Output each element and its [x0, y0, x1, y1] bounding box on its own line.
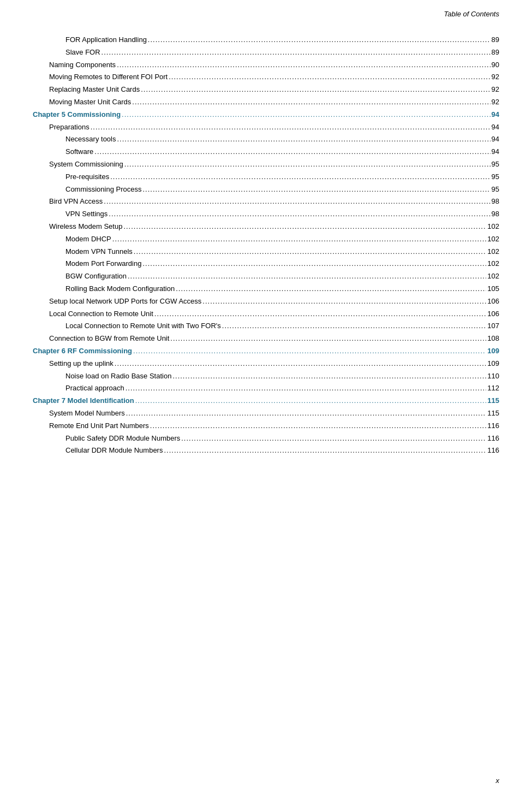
entry-page: 102: [487, 271, 499, 282]
entry-dots: ........................................…: [115, 358, 486, 370]
toc-entry: Setup local Network UDP Ports for CGW Ac…: [33, 296, 499, 307]
entry-text: Noise load on Radio Base Station: [65, 371, 171, 382]
toc-entry: Commissioning Process ..................…: [33, 184, 499, 195]
entry-text: Chapter 6 RF Commissioning: [33, 346, 132, 357]
entry-page: 102: [487, 258, 499, 270]
entry-dots: ........................................…: [126, 408, 487, 419]
entry-text: Modem VPN Tunnels: [65, 246, 133, 258]
toc-entry: FOR Application Handling ...............…: [33, 34, 499, 46]
entry-text: Wireless Modem Setup: [49, 221, 122, 233]
entry-text: Modem Port Forwarding: [65, 258, 141, 270]
entry-text: Local Connection to Remote Unit: [49, 308, 153, 320]
entry-text: Connection to BGW from Remote Unit: [49, 333, 169, 345]
entry-dots: ........................................…: [222, 321, 487, 332]
toc-entry: Wireless Modem Setup ...................…: [33, 221, 499, 233]
entry-text: Software: [65, 146, 93, 158]
entry-dots: ........................................…: [181, 433, 486, 444]
toc-entry: BGW Configuration ......................…: [33, 271, 499, 282]
entry-text: Rolling Back Modem Configuration: [65, 283, 175, 295]
toc-entry: Rolling Back Modem Configuration .......…: [33, 283, 499, 295]
entry-page: 98: [492, 196, 499, 207]
entry-dots: ........................................…: [141, 84, 490, 96]
entry-dots: ........................................…: [117, 134, 490, 145]
entry-text: Cellular DDR Module Numbers: [65, 445, 163, 456]
entry-page: 92: [492, 84, 499, 96]
entry-page: 115: [487, 395, 499, 407]
entry-dots: ........................................…: [123, 221, 486, 233]
entry-text: Naming Components: [49, 60, 116, 71]
toc-entry: Moving Remotes to Different FOI Port ...…: [33, 72, 499, 83]
entry-text: Commissioning Process: [65, 184, 141, 195]
entry-dots: ........................................…: [91, 122, 491, 133]
footer-page-number: x: [496, 776, 500, 785]
toc-entry: Chapter 7 Model Identification .........…: [33, 395, 499, 407]
entry-dots: ........................................…: [154, 308, 487, 320]
entry-text: Setting up the uplink: [49, 358, 113, 370]
entry-text: VPN Settings: [65, 209, 107, 220]
toc-entry: Noise load on Radio Base Station .......…: [33, 371, 499, 382]
entry-text: FOR Application Handling: [65, 34, 147, 46]
entry-dots: ........................................…: [101, 47, 491, 58]
entry-dots: ........................................…: [142, 258, 486, 270]
toc-entry: Bird VPN Access ........................…: [33, 196, 499, 207]
entry-dots: ........................................…: [124, 159, 491, 170]
entry-dots: ........................................…: [125, 383, 487, 394]
entry-dots: ........................................…: [133, 346, 486, 357]
entry-text: Moving Master Unit Cards: [49, 97, 131, 108]
toc-entry: Modem Port Forwarding ..................…: [33, 258, 499, 270]
entry-text: Chapter 7 Model Identification: [33, 395, 134, 407]
toc-entry: Replacing Master Unit Cards ............…: [33, 84, 499, 96]
entry-dots: ........................................…: [169, 72, 490, 83]
entry-dots: ........................................…: [117, 60, 490, 71]
entry-page: 94: [492, 134, 499, 145]
entry-page: 106: [487, 308, 499, 320]
entry-page: 92: [492, 97, 499, 108]
entry-text: Remote End Unit Part Numbers: [49, 420, 149, 432]
toc-entry: VPN Settings ...........................…: [33, 209, 499, 220]
entry-page: 92: [492, 72, 499, 83]
entry-page: 94: [492, 109, 499, 121]
entry-text: Chapter 5 Commissioning: [33, 109, 121, 121]
toc-entry: Modem DHCP .............................…: [33, 234, 499, 245]
toc-entry: Chapter 5 Commissioning ................…: [33, 109, 499, 121]
toc-entry: Preparations ...........................…: [33, 122, 499, 133]
toc-entry: System Commissioning ...................…: [33, 159, 499, 170]
entry-text: Local Connection to Remote Unit with Two…: [65, 321, 221, 332]
entry-dots: ........................................…: [122, 109, 490, 121]
entry-page: 109: [487, 358, 499, 370]
entry-text: Pre-requisites: [65, 171, 109, 183]
entry-page: 116: [487, 433, 499, 444]
entry-page: 89: [492, 34, 499, 46]
entry-page: 94: [492, 146, 499, 158]
entry-page: 94: [492, 122, 499, 133]
page-header: Table of Contents: [0, 0, 532, 23]
toc-entry: Necessary tools ........................…: [33, 134, 499, 145]
toc-entry: Slave FOR ..............................…: [33, 47, 499, 58]
entry-text: Bird VPN Access: [49, 196, 103, 207]
entry-page: 108: [487, 333, 499, 345]
entry-page: 107: [487, 321, 499, 332]
entry-text: BGW Configuration: [65, 271, 127, 282]
toc-entry: Cellular DDR Module Numbers ............…: [33, 445, 499, 456]
toc-entry: Pre-requisites .........................…: [33, 171, 499, 183]
entry-page: 102: [487, 221, 499, 233]
entry-dots: ........................................…: [164, 445, 486, 456]
toc-entry: Moving Master Unit Cards ...............…: [33, 97, 499, 108]
entry-page: 105: [487, 283, 499, 295]
entry-text: Modem DHCP: [65, 234, 111, 245]
entry-dots: ........................................…: [110, 171, 490, 183]
entry-page: 90: [492, 60, 499, 71]
entry-text: Practical approach: [65, 383, 124, 394]
entry-page: 109: [487, 346, 499, 357]
entry-dots: ........................................…: [132, 97, 490, 108]
toc-entry: System Model Numbers ...................…: [33, 408, 499, 419]
entry-page: 98: [492, 209, 499, 220]
entry-dots: ........................................…: [150, 420, 487, 432]
entry-dots: ........................................…: [135, 395, 487, 407]
entry-dots: ........................................…: [142, 184, 490, 195]
toc-entry: Chapter 6 RF Commissioning .............…: [33, 346, 499, 357]
page-footer: x: [496, 776, 500, 785]
toc-entry: Remote End Unit Part Numbers ...........…: [33, 420, 499, 432]
toc-entry: Software ...............................…: [33, 146, 499, 158]
entry-page: 106: [487, 296, 499, 307]
